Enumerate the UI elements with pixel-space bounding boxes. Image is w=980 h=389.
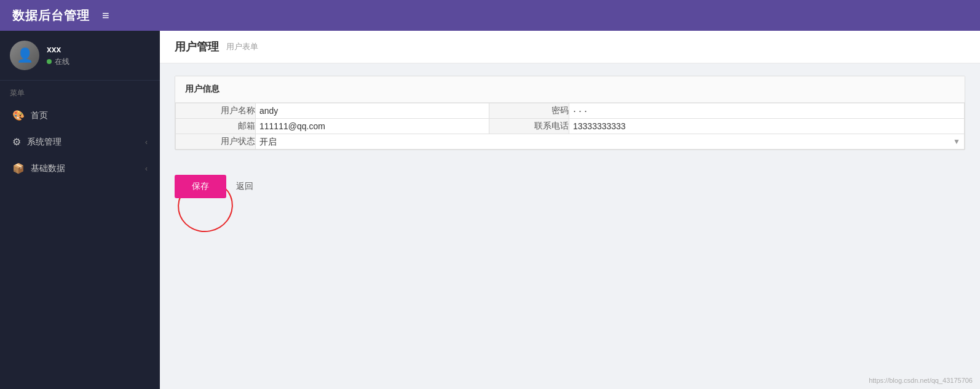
form-card-header: 用户信息 <box>175 76 965 103</box>
chevron-right-icon-2: ‹ <box>145 164 148 173</box>
chevron-right-icon: ‹ <box>145 138 148 146</box>
sidebar-item-home[interactable]: 🎨 首页 <box>0 102 160 129</box>
user-info: 👤 xxx 在线 <box>0 31 160 81</box>
sidebar-home-label: 首页 <box>31 110 48 121</box>
password-label: 密码 <box>489 103 569 119</box>
password-field: ··· <box>569 102 593 119</box>
table-row: 邮箱 联系电话 <box>176 119 965 134</box>
top-header: 数据后台管理 ≡ <box>0 0 980 31</box>
username-value <box>256 103 489 119</box>
save-wrapper: 保存 <box>175 175 226 198</box>
watermark: https://blog.csdn.net/qq_43175706 <box>869 377 973 384</box>
system-icon: ⚙ <box>12 136 21 148</box>
form-table: 用户名称 密码 ··· 邮箱 联系电话 <box>175 103 965 150</box>
action-area: 保存 返回 <box>160 162 980 211</box>
username-label: 用户名称 <box>176 103 256 119</box>
form-card: 用户信息 用户名称 密码 ··· 邮箱 联 <box>175 76 965 150</box>
email-input[interactable] <box>256 119 489 134</box>
page-header: 用户管理 用户表单 <box>160 31 980 63</box>
avatar: 👤 <box>10 41 39 70</box>
sidebar-base-label: 基础数据 <box>31 163 65 174</box>
user-details: xxx 在线 <box>47 44 69 67</box>
password-value: ··· <box>569 103 965 119</box>
status-select-wrapper: 开启 关闭 ▼ <box>256 134 964 149</box>
app-title: 数据后台管理 <box>12 7 90 24</box>
user-status-wrapper: 在线 <box>47 57 69 67</box>
phone-input[interactable] <box>569 119 964 134</box>
avatar-image: 👤 <box>10 41 39 70</box>
menu-section-label: 菜单 <box>0 81 160 102</box>
email-label: 邮箱 <box>176 119 256 134</box>
user-name: xxx <box>47 44 69 54</box>
sidebar: 👤 xxx 在线 菜单 🎨 首页 ⚙ 系统管理 ‹ 📦 基础数据 ‹ <box>0 31 160 389</box>
content-area: 用户管理 用户表单 用户信息 用户名称 密码 ··· 邮箱 <box>160 31 980 389</box>
status-text: 在线 <box>55 57 69 67</box>
status-value: 开启 关闭 ▼ <box>256 134 965 150</box>
status-indicator <box>47 59 52 64</box>
home-icon: 🎨 <box>12 110 25 121</box>
table-row: 用户状态 开启 关闭 ▼ <box>176 134 965 150</box>
phone-label: 联系电话 <box>489 119 569 134</box>
phone-value <box>569 119 965 134</box>
hamburger-button[interactable]: ≡ <box>102 9 109 23</box>
back-button[interactable]: 返回 <box>236 181 253 192</box>
sidebar-item-base[interactable]: 📦 基础数据 ‹ <box>0 155 160 182</box>
main-layout: 👤 xxx 在线 菜单 🎨 首页 ⚙ 系统管理 ‹ 📦 基础数据 ‹ <box>0 31 980 389</box>
email-value <box>256 119 489 134</box>
save-button[interactable]: 保存 <box>175 175 226 198</box>
chevron-down-icon: ▼ <box>953 137 960 146</box>
username-input[interactable] <box>256 103 489 118</box>
sidebar-item-system[interactable]: ⚙ 系统管理 ‹ <box>0 129 160 155</box>
page-title: 用户管理 <box>175 39 219 54</box>
status-select[interactable]: 开启 关闭 <box>259 137 953 146</box>
sidebar-system-label: 系统管理 <box>27 137 61 148</box>
breadcrumb: 用户表单 <box>226 41 258 52</box>
table-row: 用户名称 密码 ··· <box>176 103 965 119</box>
base-icon: 📦 <box>12 162 25 174</box>
status-label: 用户状态 <box>176 134 256 150</box>
